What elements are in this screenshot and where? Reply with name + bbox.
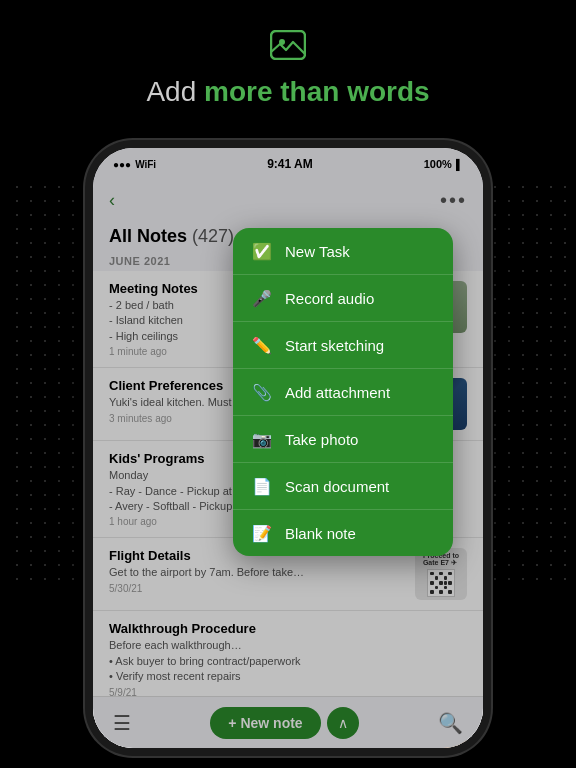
popup-item-label: Blank note (285, 525, 356, 542)
phone-frame: ●●● WiFi 9:41 AM 100% ▌ ‹ ••• All Notes … (93, 148, 483, 748)
new-task-icon: ✅ (251, 240, 273, 262)
popup-item-record-audio[interactable]: 🎤 Record audio (233, 275, 453, 322)
promo-header: Add more than words (88, 30, 488, 109)
popup-item-take-photo[interactable]: 📷 Take photo (233, 416, 453, 463)
popup-item-label: Add attachment (285, 384, 390, 401)
popup-item-label: Record audio (285, 290, 374, 307)
promo-title: Add more than words (88, 75, 488, 109)
popup-menu: ✅ New Task 🎤 Record audio ✏️ Start sketc… (233, 228, 453, 556)
popup-item-new-task[interactable]: ✅ New Task (233, 228, 453, 275)
attachment-icon: 📎 (251, 381, 273, 403)
popup-item-scan-document[interactable]: 📄 Scan document (233, 463, 453, 510)
popup-item-label: Scan document (285, 478, 389, 495)
promo-title-plain: Add (146, 76, 204, 107)
popup-item-start-sketching[interactable]: ✏️ Start sketching (233, 322, 453, 369)
popup-item-blank-note[interactable]: 📝 Blank note (233, 510, 453, 556)
promo-icon (88, 30, 488, 67)
popup-item-label: New Task (285, 243, 350, 260)
popup-item-add-attachment[interactable]: 📎 Add attachment (233, 369, 453, 416)
promo-title-highlight: more than words (204, 76, 430, 107)
blank-note-icon: 📝 (251, 522, 273, 544)
popup-item-label: Take photo (285, 431, 358, 448)
scan-icon: 📄 (251, 475, 273, 497)
camera-icon: 📷 (251, 428, 273, 450)
record-audio-icon: 🎤 (251, 287, 273, 309)
popup-item-label: Start sketching (285, 337, 384, 354)
svg-rect-0 (271, 31, 305, 59)
sketch-icon: ✏️ (251, 334, 273, 356)
